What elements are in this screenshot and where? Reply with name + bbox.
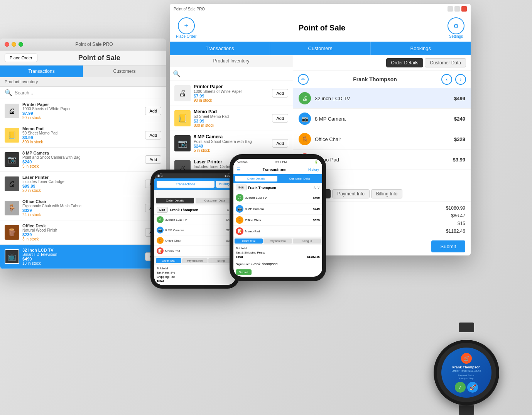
android-edit-button[interactable]: Edit	[157, 207, 168, 213]
mac-product-thumb: 📒	[5, 128, 19, 143]
settings-label: Settings	[449, 34, 463, 39]
iphone-edit-button[interactable]: Edit	[236, 185, 247, 190]
mac-product-info: 32 inch LCD TV Smart HD Television $499 …	[22, 248, 142, 265]
iphone-order-icon: 🖨	[236, 194, 243, 202]
iphone-expand-icons[interactable]: ∧ ∨	[313, 185, 320, 190]
product-name: Office Chair	[22, 199, 142, 204]
product-stock: 24 in stock	[22, 213, 142, 217]
android-shipping: Shipping Fee	[157, 275, 233, 279]
mac-product-item: 🖨 Printer Paper 1000 Sheets of White Pap…	[0, 99, 166, 123]
desktop-customer-data-tab[interactable]: Customer Data	[425, 58, 466, 67]
android-payment-info-tab[interactable]: Payment Info	[182, 258, 208, 263]
watch-confirm-button[interactable]: ✓	[455, 382, 466, 393]
android-tab-transactions[interactable]: Transactions	[157, 181, 214, 188]
watch-ship-button[interactable]: 🚀	[467, 382, 478, 393]
mac-add-camera-button[interactable]: Add	[145, 155, 161, 164]
subtotal-amount: $1080.99	[434, 205, 465, 211]
win-close-btn[interactable]	[461, 6, 467, 12]
iphone-order-item: 📝 Memo Pad	[233, 226, 322, 237]
android-customer-name: Frank Thompson	[170, 208, 226, 212]
mac-product-thumb: 📺	[5, 249, 19, 264]
customer-edit-button[interactable]: ✏	[298, 74, 309, 85]
iphone-signature-row: Signature: Frank Thompson	[233, 260, 322, 268]
billing-info-tab[interactable]: Billing Info	[371, 189, 402, 198]
win-minimize-btn[interactable]	[448, 6, 453, 12]
order-item-price: $499	[454, 96, 465, 101]
android-order-item: 🖨 32 inch LCD TV $499	[154, 215, 235, 225]
win-maximize-btn[interactable]	[454, 6, 460, 12]
iphone-tax-label: Tax & Shipping Fees:	[236, 251, 265, 254]
desktop-settings-button[interactable]: ⚙	[448, 17, 464, 34]
mac-place-order-button[interactable]: Place Order	[5, 54, 37, 62]
android-order-details-tab[interactable]: Order Details	[156, 198, 194, 203]
mac-search-input[interactable]	[15, 90, 161, 96]
android-customer-data-tab[interactable]: Customer Data	[196, 198, 234, 203]
desktop-add-printer-paper-button[interactable]: Add	[272, 89, 288, 97]
desktop-add-memo-pad-button[interactable]: Add	[272, 114, 288, 123]
mac-add-printer-paper-button[interactable]: Add	[145, 107, 161, 115]
product-stock: 5 in stock	[194, 148, 269, 153]
iphone-order-icon: 🪑	[236, 216, 243, 224]
android-order-icon: 🪑	[157, 237, 164, 244]
iphone-signature-field[interactable]: Frank Thompson	[251, 262, 320, 266]
iphone-order-price: $499	[313, 196, 320, 200]
mac-toolbar: Place Order Point of Sale	[0, 50, 166, 66]
android-bottom-tabs: Order Total Payment Info Billing	[154, 256, 235, 265]
iphone-order-item: 🖨 32 inch LCD TV $499	[233, 192, 322, 203]
iphone-customer-data-tab[interactable]: Customer Data	[279, 176, 321, 181]
desktop-tab-bookings[interactable]: Bookings	[371, 42, 471, 55]
iphone-order-details-tab[interactable]: Order Details	[235, 176, 277, 181]
iphone-order-total-tab[interactable]: Order Total	[235, 239, 263, 244]
iphone-hamburger-icon[interactable]: ☰	[236, 167, 241, 172]
customer-header: ✏ Frank Thompson ‹ ›	[293, 71, 471, 88]
iphone-customer-row: Edit Frank Thompson ∧ ∨	[233, 183, 322, 192]
mac-maximize-btn[interactable]	[19, 42, 23, 47]
android-order-item: 🪑 Office Chair $329	[154, 235, 235, 246]
iphone-battery-icon: 🔋	[314, 160, 318, 164]
desktop-titlebar-label: Point of Sale PRO	[174, 7, 205, 11]
product-price: $249	[22, 160, 142, 164]
desktop-order-details-tab[interactable]: Order Details	[386, 58, 424, 67]
mac-tab-transactions[interactable]: Transactions	[0, 66, 83, 77]
product-desc: Ergonomic Chair with Mesh Fabric	[22, 204, 142, 208]
mac-search-bar[interactable]: 🔍	[0, 87, 166, 99]
customer-prev-button[interactable]: ‹	[441, 74, 452, 85]
iphone-submit-button[interactable]: Submit	[236, 269, 252, 275]
product-price: $239	[22, 232, 142, 237]
payment-info-tab[interactable]: Payment Info	[332, 189, 370, 198]
iphone-history-btn[interactable]: History	[308, 168, 319, 171]
product-stock: 3 in stock	[22, 237, 142, 241]
watch-strap-top	[459, 323, 474, 332]
mac-product-thumb: 📷	[5, 152, 19, 167]
mac-tab-customers[interactable]: Customers	[83, 66, 166, 77]
android-phone: ◉ △ 11:23 Transactions History ⋮ Order D…	[150, 170, 239, 289]
android-tax: Tax Rate: 8%	[157, 271, 233, 275]
mac-product-item: 🪑 Office Chair Ergonomic Chair with Mesh…	[0, 196, 166, 220]
iphone-billing-tab[interactable]: Billing In	[293, 239, 321, 244]
android-order-name: Memo Pad	[165, 249, 231, 253]
desktop-submit-button[interactable]: Submit	[431, 240, 465, 252]
desktop-top-bar: + Place Order Point of Sale ⚙ Settings	[170, 14, 471, 42]
desktop-tab-transactions[interactable]: Transactions	[170, 42, 270, 55]
iphone-order-price: $249	[313, 207, 320, 211]
order-item-name: 32 inch LCD TV	[315, 96, 450, 101]
desktop-product-item: 🖨 Printer Paper 1000 Sheets of White Pap…	[170, 81, 293, 106]
mac-product-thumb: 🪵	[5, 225, 19, 240]
customer-next-button[interactable]: ›	[455, 74, 466, 85]
iphone-payment-info-tab[interactable]: Payment Info	[263, 239, 292, 244]
android-order-total-tab[interactable]: Order Total	[156, 258, 181, 263]
mac-add-memo-pad-button[interactable]: Add	[145, 131, 161, 139]
android-dots-menu[interactable]: ⋮	[156, 191, 159, 195]
desktop-add-camera-button[interactable]: Add	[272, 139, 288, 148]
product-stock: 18 in stock	[22, 261, 142, 265]
order-item-price: $249	[454, 116, 465, 122]
iphone-tabs: Order Details Customer Data	[233, 174, 322, 183]
watch-action-buttons: ✓ 🚀	[455, 382, 478, 393]
desktop-place-order-button[interactable]: +	[178, 17, 195, 34]
iphone-total-amount: $1182.46	[307, 255, 320, 259]
android-order-name: 32 inch LCD TV	[165, 218, 225, 222]
desktop-tab-customers[interactable]: Customers	[270, 42, 370, 55]
mac-close-btn[interactable]	[5, 42, 9, 47]
mac-window: Point of Sale PRO Place Order Point of S…	[0, 39, 166, 269]
mac-minimize-btn[interactable]	[12, 42, 16, 47]
